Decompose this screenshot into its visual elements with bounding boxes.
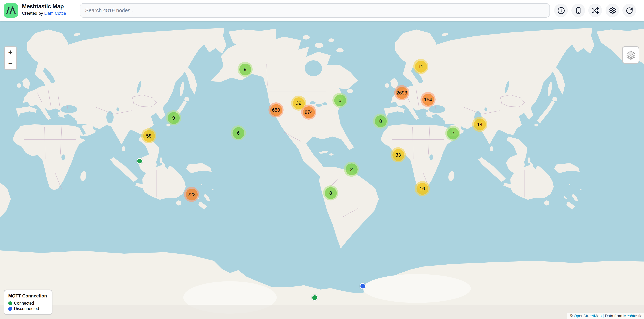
node-marker-connected[interactable]: [136, 158, 143, 164]
cluster-marker[interactable]: 2: [445, 126, 460, 141]
cluster-marker[interactable]: 58: [141, 128, 156, 143]
world-map-tiles: [0, 21, 644, 319]
cluster-marker[interactable]: 6: [231, 125, 246, 140]
info-button[interactable]: [554, 3, 568, 17]
mqtt-legend: MQTT Connection ConnectedDisconnected: [4, 290, 52, 315]
cluster-count: 16: [416, 183, 428, 195]
smartphone-icon: [574, 7, 582, 14]
settings-button[interactable]: [606, 3, 619, 17]
cluster-marker[interactable]: 8: [323, 185, 338, 200]
map-attribution: © OpenStreetMap | Data from Meshtastic: [567, 313, 644, 319]
cluster-marker[interactable]: 5: [332, 93, 348, 108]
cluster-count: 9: [168, 112, 180, 124]
cluster-count: 6: [232, 127, 244, 139]
brand-block: Meshtastic Map Created by Liam Cottle: [22, 3, 66, 16]
mobile-device-button[interactable]: [572, 3, 585, 17]
attribution-separator: | Data from: [602, 314, 623, 318]
cluster-marker[interactable]: 33: [391, 147, 406, 162]
cluster-marker[interactable]: 874: [301, 104, 316, 120]
cluster-marker[interactable]: 2: [344, 162, 359, 177]
map-canvas[interactable]: + − MQTT Connection ConnectedDisconnecte…: [0, 21, 644, 319]
cluster-marker[interactable]: 16: [415, 181, 430, 196]
legend-label: Connected: [14, 301, 34, 305]
layers-control[interactable]: [622, 46, 639, 64]
cluster-count: 650: [270, 104, 282, 116]
shuffle-icon: [591, 7, 599, 14]
cluster-marker[interactable]: 9: [166, 110, 181, 125]
zoom-in-button[interactable]: +: [5, 47, 16, 58]
app-header: Meshtastic Map Created by Liam Cottle: [0, 0, 644, 21]
cluster-marker[interactable]: 154: [420, 92, 436, 107]
connected-dot-icon: [8, 301, 12, 305]
info-icon: [557, 7, 565, 14]
cluster-count: 58: [143, 130, 155, 142]
author-link[interactable]: Liam Cottle: [44, 11, 66, 16]
search-input[interactable]: [80, 3, 550, 17]
cluster-marker[interactable]: 8: [373, 113, 388, 129]
layers-icon: [626, 50, 636, 60]
refresh-button[interactable]: [622, 3, 636, 17]
cluster-marker[interactable]: 650: [268, 102, 284, 117]
cluster-count: 2: [346, 163, 358, 175]
disconnected-dot-icon: [8, 307, 12, 311]
random-node-button[interactable]: [588, 3, 602, 17]
app-title: Meshtastic Map: [22, 3, 66, 10]
cluster-count: 2693: [396, 87, 408, 99]
osm-link[interactable]: OpenStreetMap: [574, 314, 602, 318]
cluster-count: 2: [447, 127, 459, 139]
refresh-icon: [626, 7, 633, 14]
byline: Created by Liam Cottle: [22, 11, 66, 16]
legend-title: MQTT Connection: [8, 294, 47, 299]
legend-item: Disconnected: [8, 307, 47, 311]
attribution-copyright: ©: [570, 314, 574, 318]
cluster-marker[interactable]: 9: [238, 62, 253, 77]
cluster-count: 33: [392, 149, 404, 161]
cluster-marker[interactable]: 14: [472, 117, 487, 132]
cluster-marker[interactable]: 223: [184, 187, 199, 202]
meshtastic-link[interactable]: Meshtastic: [623, 314, 642, 318]
cluster-count: 8: [325, 187, 336, 199]
zoom-control: + −: [4, 46, 17, 70]
cluster-count: 11: [415, 60, 427, 72]
cluster-count: 874: [303, 106, 315, 118]
gear-icon: [608, 7, 616, 14]
node-marker-disconnected[interactable]: [360, 283, 366, 289]
meshtastic-map-app: + − MQTT Connection ConnectedDisconnecte…: [0, 0, 644, 319]
cluster-count: 154: [422, 94, 434, 105]
legend-item: Connected: [8, 301, 47, 305]
legend-label: Disconnected: [14, 307, 39, 311]
cluster-count: 9: [239, 63, 251, 75]
meshtastic-logo-icon: [6, 6, 16, 14]
cluster-marker[interactable]: 11: [413, 59, 428, 74]
cluster-count: 14: [474, 118, 486, 130]
cluster-count: 5: [334, 94, 346, 106]
cluster-count: 8: [375, 115, 386, 127]
node-marker-connected[interactable]: [312, 295, 318, 301]
cluster-count: 223: [186, 188, 198, 200]
meshtastic-logo: [4, 3, 18, 17]
zoom-out-button[interactable]: −: [5, 58, 16, 69]
cluster-marker[interactable]: 2693: [394, 85, 409, 100]
